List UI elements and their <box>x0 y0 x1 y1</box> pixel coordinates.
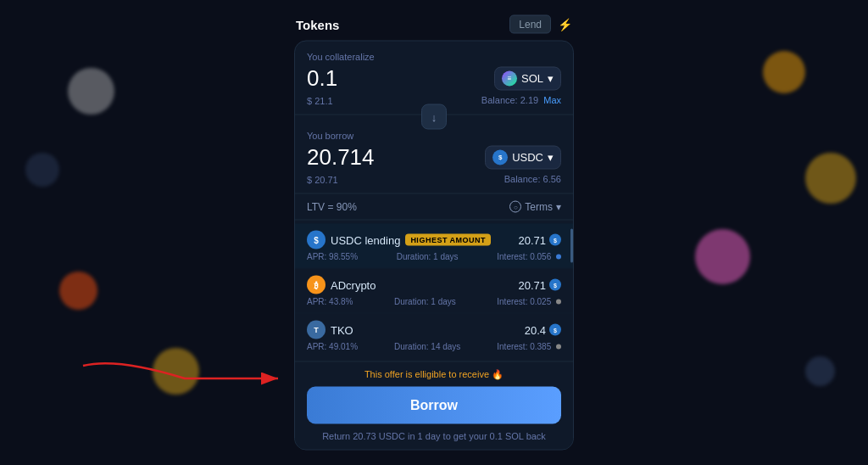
usdc-amount-icon-0: $ <box>549 234 561 246</box>
usdc-amount-icon-1: $ <box>549 279 561 291</box>
lender-name-2: TKO <box>331 323 353 336</box>
lender-duration-0: Duration: 1 days <box>397 252 459 261</box>
highest-badge: HIGHEST AMOUNT <box>405 234 491 246</box>
lender-duration-1: Duration: 1 days <box>394 297 456 306</box>
collateral-label: You collateralize <box>307 52 561 62</box>
terms-chevron: ▾ <box>556 201 561 213</box>
background-orb <box>695 229 750 284</box>
usdc-chevron: ▾ <box>548 151 554 164</box>
lender-apr-0: APR: 98.55% <box>307 252 358 261</box>
lender-name-row-0: $ USDC lending HIGHEST AMOUNT <box>307 231 491 249</box>
borrow-label: You borrow <box>307 131 561 141</box>
sol-label: SOL <box>521 72 543 85</box>
lender-header-2: T TKO 20.4 $ <box>307 321 561 339</box>
lender-header-0: $ USDC lending HIGHEST AMOUNT 20.71 $ <box>307 231 561 249</box>
lender-icon-usdc: $ <box>307 231 326 249</box>
scrollbar[interactable] <box>570 221 573 361</box>
sol-token-selector[interactable]: ≡ SOL ▾ <box>494 66 561 90</box>
lender-apr-2: APR: 49.01% <box>307 342 358 351</box>
background-orb <box>805 153 856 204</box>
sol-chevron: ▾ <box>548 72 554 85</box>
lender-interest-2: Interest: 0.385 <box>497 342 561 351</box>
borrow-section: You borrow 20.714 $ USDC ▾ $ 20.71 Balan… <box>295 120 573 194</box>
borrow-amount-row: 20.714 $ USDC ▾ <box>307 144 561 171</box>
sol-icon: ≡ <box>502 70 517 86</box>
lender-duration-2: Duration: 14 days <box>394 342 460 351</box>
lender-interest-0: Interest: 0.056 <box>497 252 561 261</box>
main-card: You collateralize 0.1 ≡ SOL ▾ $ 21.1 Bal… <box>294 41 574 451</box>
lender-item-0[interactable]: $ USDC lending HIGHEST AMOUNT 20.71 $ AP… <box>295 224 573 269</box>
lender-apr-1: APR: 43.8% <box>307 297 353 306</box>
swap-direction-button[interactable]: ↓ <box>421 104 447 130</box>
usdc-token-selector[interactable]: $ USDC ▾ <box>485 145 561 169</box>
borrow-amount: 20.714 <box>307 144 375 171</box>
background-orb <box>153 348 199 395</box>
lender-name-row-1: ₿ ADcrypto <box>307 276 376 294</box>
interest-dot-0 <box>556 255 561 260</box>
lender-name-1: ADcrypto <box>331 278 376 291</box>
background-orb <box>763 51 805 93</box>
lender-header-1: ₿ ADcrypto 20.71 $ <box>307 276 561 294</box>
terms-label: Terms <box>525 201 553 213</box>
bottom-section: This offer is elligible to receive 🔥 Bor… <box>295 361 573 450</box>
max-link[interactable]: Max <box>543 95 561 105</box>
scroll-thumb <box>570 229 573 263</box>
lender-details-1: APR: 43.8% Duration: 1 days Interest: 0.… <box>307 297 561 306</box>
ltv-value: LTV = 90% <box>307 201 357 213</box>
terms-circle-icon: ○ <box>509 201 521 213</box>
collateral-amount-row: 0.1 ≡ SOL ▾ <box>307 65 561 92</box>
usdc-label: USDC <box>512 151 543 164</box>
borrow-balance-value: 6.56 <box>543 174 561 184</box>
lender-name-row-2: T TKO <box>307 321 353 339</box>
panel-title-actions: Lend ⚡ <box>509 15 572 34</box>
lenders-list: $ USDC lending HIGHEST AMOUNT 20.71 $ AP… <box>295 221 573 361</box>
lender-icon-tko: T <box>307 321 326 339</box>
filter-icon[interactable]: ⚡ <box>558 18 572 31</box>
balance-label: Balance: <box>481 95 518 105</box>
borrow-balance-label: Balance: <box>504 174 541 184</box>
lender-interest-1: Interest: 0.025 <box>497 297 561 306</box>
background-orb <box>805 356 835 386</box>
interest-dot-2 <box>556 345 561 350</box>
lender-details-0: APR: 98.55% Duration: 1 days Interest: 0… <box>307 252 561 261</box>
usdc-icon: $ <box>492 149 508 165</box>
lender-amount-1: 20.71 $ <box>518 278 561 291</box>
lender-amount-value-2: 20.4 <box>525 323 546 336</box>
background-orb <box>68 68 114 115</box>
collateral-usd: $ 21.1 <box>307 96 333 106</box>
collateral-amount: 0.1 <box>307 65 337 92</box>
usdc-amount-icon-2: $ <box>549 324 561 336</box>
borrow-button[interactable]: Borrow <box>307 387 561 424</box>
lender-amount-0: 20.71 $ <box>518 233 561 246</box>
background-orb <box>25 153 59 187</box>
background-orb <box>59 272 97 310</box>
lender-amount-2: 20.4 $ <box>525 323 561 336</box>
lender-name-0: USDC lending <box>331 233 400 246</box>
collateral-balance: Balance: 2.19 Max <box>481 95 561 105</box>
eligible-text: This offer is elligible to receive 🔥 <box>364 369 504 380</box>
borrow-balance: Balance: 6.56 <box>504 174 561 184</box>
collateral-section: You collateralize 0.1 ≡ SOL ▾ $ 21.1 Bal… <box>295 42 573 115</box>
lender-item-1[interactable]: ₿ ADcrypto 20.71 $ APR: 43.8% Duration: … <box>295 269 573 314</box>
lender-item-2[interactable]: T TKO 20.4 $ APR: 49.01% Duration: 14 da… <box>295 314 573 358</box>
lender-amount-value-1: 20.71 <box>518 278 546 291</box>
eligible-notice: This offer is elligible to receive 🔥 <box>307 369 561 380</box>
main-panel: Tokens Lend ⚡ You collateralize 0.1 ≡ SO… <box>294 15 574 451</box>
terms-button[interactable]: ○ Terms ▾ <box>509 201 561 213</box>
lender-details-2: APR: 49.01% Duration: 14 days Interest: … <box>307 342 561 351</box>
ltv-row: LTV = 90% ○ Terms ▾ <box>295 194 573 221</box>
panel-title-row: Tokens Lend ⚡ <box>294 15 574 34</box>
lend-button[interactable]: Lend <box>509 15 551 34</box>
balance-value: 2.19 <box>520 95 538 105</box>
borrow-usd: $ 20.71 <box>307 175 338 185</box>
lender-icon-btc: ₿ <box>307 276 326 294</box>
panel-title: Tokens <box>296 17 339 31</box>
lender-amount-value-0: 20.71 <box>518 233 546 246</box>
return-notice: Return 20.73 USDC in 1 day to get your 0… <box>307 431 561 441</box>
interest-dot-1 <box>556 300 561 305</box>
